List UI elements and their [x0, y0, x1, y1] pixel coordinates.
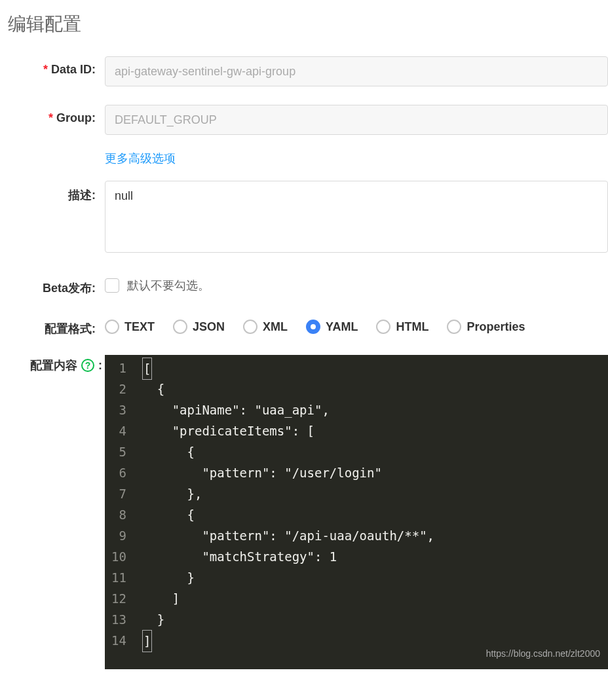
code-editor[interactable]: 1234567891011121314 [ { "apiName": "uaa_… — [105, 355, 608, 669]
data-id-input[interactable] — [105, 56, 608, 86]
format-radio-html[interactable]: HTML — [376, 320, 428, 334]
radio-icon — [447, 320, 461, 334]
radio-icon — [173, 320, 187, 334]
radio-icon — [243, 320, 257, 334]
colon: : — [98, 359, 102, 373]
radio-icon — [105, 320, 119, 334]
group-input[interactable] — [105, 105, 608, 135]
radio-label: TEXT — [124, 320, 155, 334]
beta-checkbox[interactable] — [105, 278, 119, 293]
editor-gutter: 1234567891011121314 — [105, 355, 136, 669]
watermark: https://blog.csdn.net/zlt2000 — [486, 643, 600, 664]
radio-icon — [306, 320, 320, 334]
radio-label: HTML — [396, 320, 428, 334]
config-content-text: 配置内容 — [30, 358, 77, 373]
help-icon[interactable]: ? — [81, 359, 94, 372]
radio-label: YAML — [326, 320, 358, 334]
editor-code-area[interactable]: [ { "apiName": "uaa_api", "predicateItem… — [136, 355, 434, 669]
label-group: Group: — [0, 105, 105, 125]
radio-label: XML — [263, 320, 288, 334]
label-config-format: 配置格式: — [0, 314, 105, 337]
advanced-options-link[interactable]: 更多高级选项 — [105, 151, 176, 166]
label-config-content: 配置内容 ? : — [0, 355, 105, 373]
format-radio-yaml[interactable]: YAML — [306, 320, 358, 334]
format-radio-text[interactable]: TEXT — [105, 320, 155, 334]
description-textarea[interactable]: null — [105, 181, 608, 253]
radio-label: JSON — [193, 320, 225, 334]
beta-hint: 默认不要勾选。 — [127, 278, 210, 293]
format-radio-json[interactable]: JSON — [173, 320, 225, 334]
label-data-id: Data ID: — [0, 56, 105, 77]
format-radio-group: TEXTJSONXMLYAMLHTMLProperties — [105, 314, 608, 334]
format-radio-properties[interactable]: Properties — [447, 320, 525, 334]
format-radio-xml[interactable]: XML — [243, 320, 288, 334]
radio-label: Properties — [466, 320, 525, 334]
label-description: 描述: — [0, 181, 105, 203]
page-title: 编辑配置 — [0, 0, 608, 56]
radio-icon — [376, 320, 390, 334]
label-beta: Beta发布: — [0, 274, 105, 296]
